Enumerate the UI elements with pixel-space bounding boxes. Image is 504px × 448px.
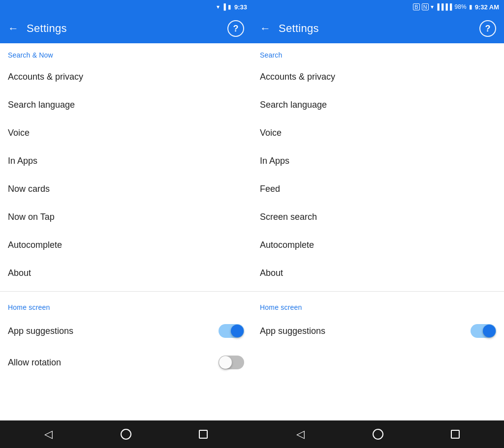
left-nav-back-button[interactable]: ◁ <box>38 423 60 445</box>
right-nav-recents-button[interactable] <box>444 423 466 445</box>
right-nav-bar: ◁ <box>252 420 504 448</box>
left-item-now-cards[interactable]: Now cards <box>0 175 252 203</box>
right-item-accounts-privacy[interactable]: Accounts & privacy <box>252 63 504 91</box>
left-nav-bar: ◁ <box>0 420 252 448</box>
left-section-header-home-screen: Home screen <box>0 296 252 315</box>
right-nav-back-icon: ◁ <box>296 428 305 441</box>
right-status-icons: B N ▾ ▐▐▐▐ <box>413 3 452 10</box>
left-item-voice[interactable]: Voice <box>0 119 252 147</box>
left-item-accounts-privacy[interactable]: Accounts & privacy <box>0 63 252 91</box>
right-settings-content: Search Accounts & privacy Search languag… <box>252 43 504 420</box>
left-app-suggestions-label: App suggestions <box>8 326 73 336</box>
signal-block-icon: ▐ <box>221 3 226 10</box>
right-battery-icon: ▮ <box>469 3 472 10</box>
left-allow-rotation-label: Allow rotation <box>8 358 61 368</box>
right-item-autocomplete[interactable]: Autocomplete <box>252 231 504 259</box>
left-settings-title: Settings <box>27 22 220 35</box>
battery-icon-left: ▮ <box>228 3 231 10</box>
right-section-header-search: Search <box>252 43 504 63</box>
right-item-feed[interactable]: Feed <box>252 175 504 203</box>
left-item-search-language[interactable]: Search language <box>0 91 252 119</box>
left-app-bar: ← Settings ? <box>0 14 252 43</box>
right-wifi-icon: ▾ <box>431 3 434 10</box>
left-nav-recents-button[interactable] <box>192 423 214 445</box>
left-item-now-on-tap[interactable]: Now on Tap <box>0 203 252 231</box>
left-item-app-suggestions[interactable]: App suggestions <box>0 315 252 347</box>
left-nav-home-button[interactable] <box>115 423 137 445</box>
left-toggle-allow-rotation-thumb <box>219 356 232 369</box>
right-nav-home-icon <box>373 429 383 440</box>
left-item-autocomplete[interactable]: Autocomplete <box>0 231 252 259</box>
left-item-about[interactable]: About <box>0 259 252 287</box>
right-settings-title: Settings <box>279 22 472 35</box>
right-item-search-language[interactable]: Search language <box>252 91 504 119</box>
right-divider-1 <box>252 291 504 292</box>
right-signal-icon: ▐▐▐▐ <box>436 3 452 10</box>
right-item-about[interactable]: About <box>252 259 504 287</box>
right-toggle-app-suggestions-thumb <box>483 325 496 337</box>
right-item-screen-search[interactable]: Screen search <box>252 203 504 231</box>
right-bt-icon: B <box>413 3 419 10</box>
right-nav-recents-icon <box>451 430 460 439</box>
right-nav-home-button[interactable] <box>367 423 389 445</box>
left-status-icons: ▾ ▐ ▮ <box>217 3 231 10</box>
left-nav-back-icon: ◁ <box>44 428 53 441</box>
right-phone: B N ▾ ▐▐▐▐ 98% ▮ 9:32 AM ← Settings ? Se… <box>252 0 504 448</box>
left-nav-recents-icon <box>199 430 208 439</box>
right-nav-back-button[interactable]: ◁ <box>290 423 312 445</box>
left-phone: ▾ ▐ ▮ 9:33 ← Settings ? Search & Now Acc… <box>0 0 252 448</box>
right-section-header-home-screen: Home screen <box>252 296 504 315</box>
right-item-in-apps[interactable]: In Apps <box>252 147 504 175</box>
left-divider-1 <box>0 291 252 292</box>
right-item-voice[interactable]: Voice <box>252 119 504 147</box>
right-toggle-app-suggestions[interactable] <box>471 324 496 338</box>
left-item-allow-rotation[interactable]: Allow rotation <box>0 347 252 378</box>
right-app-bar: ← Settings ? <box>252 14 504 43</box>
left-toggle-app-suggestions[interactable] <box>219 324 244 338</box>
right-help-button[interactable]: ? <box>479 20 496 37</box>
right-item-app-suggestions[interactable]: App suggestions <box>252 315 504 347</box>
right-nfc-icon: N <box>422 3 429 10</box>
left-item-in-apps[interactable]: In Apps <box>0 147 252 175</box>
right-status-bar: B N ▾ ▐▐▐▐ 98% ▮ 9:32 AM <box>252 0 504 14</box>
left-nav-home-icon <box>121 429 131 440</box>
left-toggle-allow-rotation[interactable] <box>219 356 244 369</box>
right-battery-pct: 98% <box>455 3 467 10</box>
left-back-button[interactable]: ← <box>8 23 19 34</box>
left-settings-content: Search & Now Accounts & privacy Search l… <box>0 43 252 420</box>
right-status-time: 9:32 AM <box>475 3 499 11</box>
left-section-header-search-now: Search & Now <box>0 43 252 63</box>
left-status-bar: ▾ ▐ ▮ 9:33 <box>0 0 252 14</box>
left-status-time: 9:33 <box>234 3 247 11</box>
left-help-button[interactable]: ? <box>227 20 244 37</box>
wifi-icon: ▾ <box>217 3 220 10</box>
right-app-suggestions-label: App suggestions <box>260 326 325 336</box>
left-toggle-app-suggestions-thumb <box>231 325 244 337</box>
right-back-button[interactable]: ← <box>260 23 271 34</box>
